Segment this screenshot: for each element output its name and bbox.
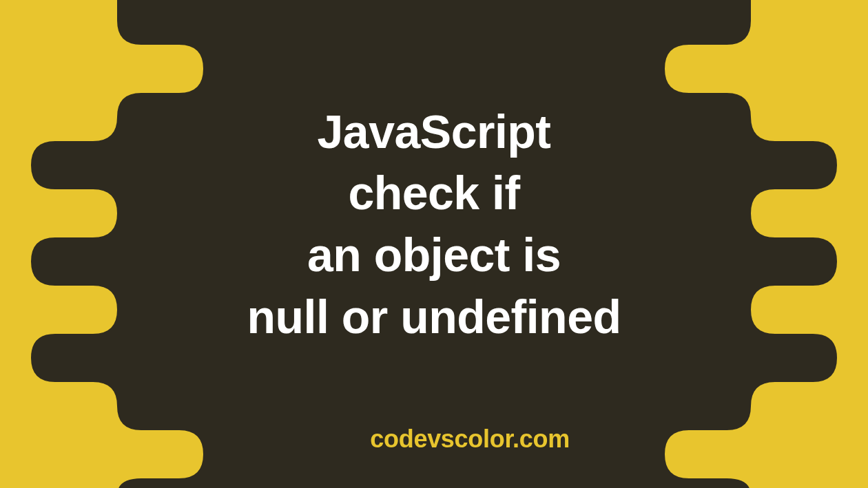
title-line-3: an object is [0,224,868,286]
title-line-2: check if [0,162,868,224]
title-line-4: null or undefined [0,286,868,348]
site-watermark: codevscolor.com [370,425,570,454]
title-line-1: JavaScript [0,100,868,162]
title-container: JavaScript check if an object is null or… [0,100,868,348]
